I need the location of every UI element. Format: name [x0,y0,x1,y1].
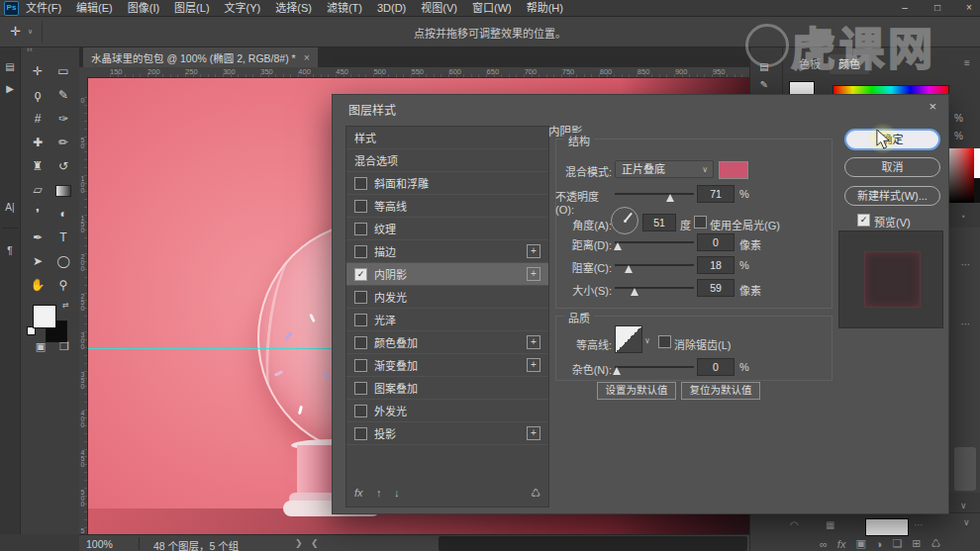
close-button[interactable]: × [960,0,978,15]
lock-row-icon[interactable]: ◠ [790,519,799,530]
menu-2[interactable]: 编辑(E) [76,0,113,16]
reset-default-button[interactable]: 复位为默认值 [681,382,760,400]
add-instance-icon[interactable]: + [527,267,540,281]
menu-3[interactable]: 图像(I) [128,0,159,16]
style-item-10[interactable]: 颜色叠加+ [346,331,548,354]
paragraph-panel-icon[interactable]: ¶ [0,245,20,256]
history-panel-icon[interactable]: ▤ [0,61,20,72]
menu-9[interactable]: 视图(V) [421,0,457,16]
pen-tool[interactable]: ✒ [25,226,50,249]
style-item-6[interactable]: 描边+ [346,240,548,263]
panel-menu-icon[interactable]: ≡ [964,57,970,68]
fx-icon[interactable]: fx [837,538,846,550]
distance-slider[interactable] [615,233,694,251]
move-tool[interactable]: ✛ [25,59,50,83]
style-checkbox[interactable] [354,291,367,304]
style-item-9[interactable]: 光泽 [346,309,548,331]
dialog-close-icon[interactable]: × [929,99,936,114]
contour-picker[interactable] [615,325,642,353]
shadow-color-swatch[interactable] [719,161,748,179]
size-value[interactable]: 59 [697,279,735,297]
size-slider[interactable] [615,279,694,297]
zoom-level[interactable]: 100% [86,538,113,550]
add-instance-icon[interactable]: + [527,358,540,372]
style-item-14[interactable]: 投影+ [346,422,548,445]
style-checkbox[interactable] [354,336,367,349]
document-tab[interactable]: 水晶球里的包包 @ 100% (椭圆 2, RGB/8#) * × [83,47,318,67]
actions-panel-icon[interactable]: ▶ [0,83,20,94]
type-tool[interactable]: T [50,226,76,249]
chevron-down-icon[interactable]: ∨ [960,501,967,510]
angle-dial[interactable] [611,207,638,234]
style-item-3[interactable]: 斜面和浮雕 [346,172,548,195]
ruler-top[interactable]: 1502002503003504004505005506006507007508… [87,67,749,78]
opacity-slider[interactable] [615,185,694,203]
path-select-tool[interactable]: ➤ [25,249,50,273]
layer-mask-icon[interactable]: ▣ [855,537,865,550]
blend-mode-dropdown[interactable]: 正片叠底 ∨ [615,160,714,178]
marquee-tool[interactable]: ▭ [50,59,76,83]
layer-thumbnail[interactable] [865,518,909,536]
menu-1[interactable]: 文件(F) [26,0,61,16]
shape-tool[interactable]: ◯ [50,249,76,273]
choke-slider[interactable] [615,256,694,274]
adjustment-icon[interactable]: ◑ [876,538,883,550]
brush-tool[interactable]: ✏ [50,131,76,154]
new-layer-icon[interactable]: ⊞ [912,537,921,550]
horizontal-scrollbar[interactable] [439,536,747,551]
style-item-2[interactable]: 混合选项 [346,149,548,172]
ruler-left[interactable]: 050100150200250300350400450500550 [79,77,88,534]
style-checkbox[interactable] [354,427,367,440]
style-item-13[interactable]: 外发光 [346,400,548,422]
set-default-button[interactable]: 设置为默认值 [597,382,676,400]
style-checkbox[interactable] [354,200,367,213]
libraries-panel-icon[interactable]: ▤ [754,61,774,72]
link-icon[interactable]: ∞ [820,538,828,550]
menu-6[interactable]: 选择(S) [275,0,312,16]
delete-layer-icon[interactable]: ♺ [931,537,941,550]
gradient-tool[interactable] [50,178,76,202]
add-instance-icon[interactable]: + [527,244,540,258]
angle-value[interactable]: 51 [642,214,676,231]
hand-tool[interactable]: ✋ [25,273,50,297]
style-item-8[interactable]: 内发光 [346,286,548,309]
chevron-down-icon[interactable]: ∨ [963,517,970,527]
foreground-color-swatch[interactable] [33,305,56,328]
move-up-icon[interactable]: ↑ [376,487,382,499]
lock-row-icon[interactable]: ▦ [826,519,834,530]
style-checkbox[interactable] [354,359,367,372]
style-item-11[interactable]: 渐变叠加+ [346,354,548,377]
style-checkbox[interactable] [354,177,367,190]
menu-7[interactable]: 滤镜(T) [327,0,362,16]
cancel-button[interactable]: 取消 [844,157,940,177]
style-item-1[interactable]: 样式 [346,127,548,149]
zoom-tool[interactable]: ⚲ [50,273,76,297]
tab-swatches[interactable]: 色板 [790,54,830,74]
style-checkbox[interactable] [354,245,367,258]
brush-panel-icon[interactable]: ✎ [754,79,774,90]
status-prev-icon[interactable]: ❮ [311,538,319,548]
history-brush-tool[interactable]: ↺ [50,154,76,178]
style-item-7[interactable]: ✓内阴影+ [346,263,548,286]
clone-stamp-tool[interactable]: ♜ [25,154,50,178]
crop-tool[interactable]: # [25,107,50,131]
style-item-12[interactable]: 图案叠加 [346,377,548,400]
add-instance-icon[interactable]: + [527,335,540,349]
distance-value[interactable]: 0 [697,233,735,251]
status-next-icon[interactable]: ❯ [295,538,303,548]
opacity-value[interactable]: 71 [697,185,735,203]
character-panel-icon[interactable]: A| [0,202,20,213]
tab-close-icon[interactable]: × [304,51,310,63]
menu-5[interactable]: 文字(Y) [225,0,261,16]
style-checkbox[interactable]: ✓ [354,268,367,281]
style-item-5[interactable]: 纹理 [346,218,548,240]
style-item-4[interactable]: 等高线 [346,195,548,218]
quick-select-tool[interactable]: ✎ [50,83,76,107]
fx-icon[interactable]: fx [354,487,363,499]
style-checkbox[interactable] [354,382,367,395]
style-checkbox[interactable] [354,405,367,417]
eraser-tool[interactable]: ▱ [25,178,50,202]
saturation-brightness-square[interactable] [948,148,974,203]
minimize-button[interactable]: – [896,0,914,15]
lasso-tool[interactable]: ϙ [25,83,50,107]
